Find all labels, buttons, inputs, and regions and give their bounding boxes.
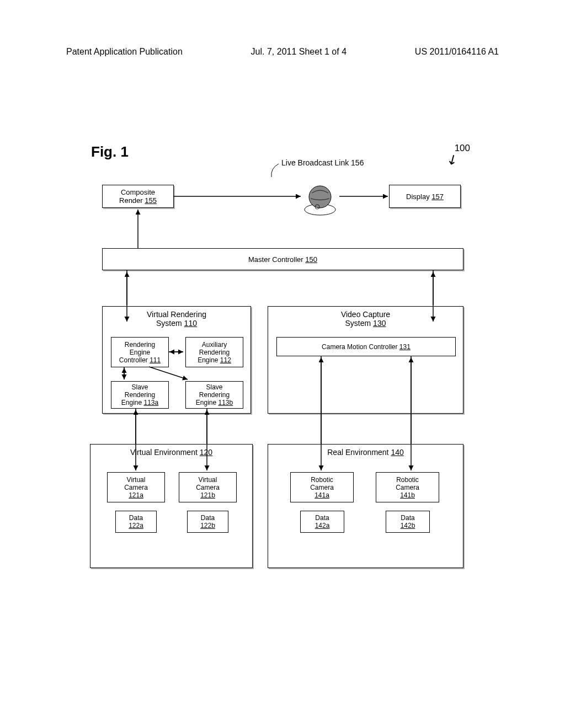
- real-environment-box: Real Environment 140 Robotic Camera 141a…: [268, 444, 463, 568]
- robotic-camera-b-box: Robotic Camera 141b: [376, 472, 439, 502]
- figure-label: Fig. 1: [91, 143, 129, 160]
- composite-render-box: Composite Render 155: [102, 185, 174, 208]
- header-left: Patent Application Publication: [66, 47, 183, 57]
- diagram-container: Fig. 1 100 ↙ Live Broadcast Link 156 Com…: [83, 135, 486, 587]
- broadcast-link-label: Live Broadcast Link 156: [281, 158, 364, 167]
- slave-rendering-engine-a-box: Slave Rendering Engine 113a: [111, 381, 169, 409]
- slave-rendering-engine-b-box: Slave Rendering Engine 113b: [185, 381, 243, 409]
- virtual-rendering-system-box: Virtual Rendering System 110 Rendering E…: [102, 306, 251, 414]
- auxiliary-rendering-engine-box: Auxiliary Rendering Engine 112: [185, 337, 243, 367]
- video-capture-system-box: Video Capture System 130 Camera Motion C…: [268, 306, 463, 414]
- data-c-box: Data 142a: [300, 511, 344, 533]
- system-number: 100: [455, 143, 470, 154]
- header-right: US 2011/0164116 A1: [415, 47, 499, 57]
- virtual-camera-a-box: Virtual Camera 121a: [107, 472, 165, 502]
- data-a-box: Data 122a: [115, 511, 157, 533]
- page-header: Patent Application Publication Jul. 7, 2…: [0, 0, 565, 57]
- svg-point-1: [309, 186, 331, 208]
- virtual-environment-box: Virtual Environment 120 Virtual Camera 1…: [90, 444, 253, 568]
- header-center: Jul. 7, 2011 Sheet 1 of 4: [251, 47, 347, 57]
- robotic-camera-a-box: Robotic Camera 141a: [290, 472, 354, 502]
- camera-motion-controller-box: Camera Motion Controller 131: [276, 337, 456, 356]
- data-b-box: Data 122b: [187, 511, 228, 533]
- rendering-engine-controller-box: Rendering Engine Controller 111: [111, 337, 169, 367]
- satellite-globe-icon: [301, 179, 339, 218]
- data-d-box: Data 142b: [386, 511, 430, 533]
- virtual-camera-b-box: Virtual Camera 121b: [179, 472, 237, 502]
- display-box: Display 157: [389, 185, 461, 208]
- master-controller-box: Master Controller 150: [102, 248, 463, 270]
